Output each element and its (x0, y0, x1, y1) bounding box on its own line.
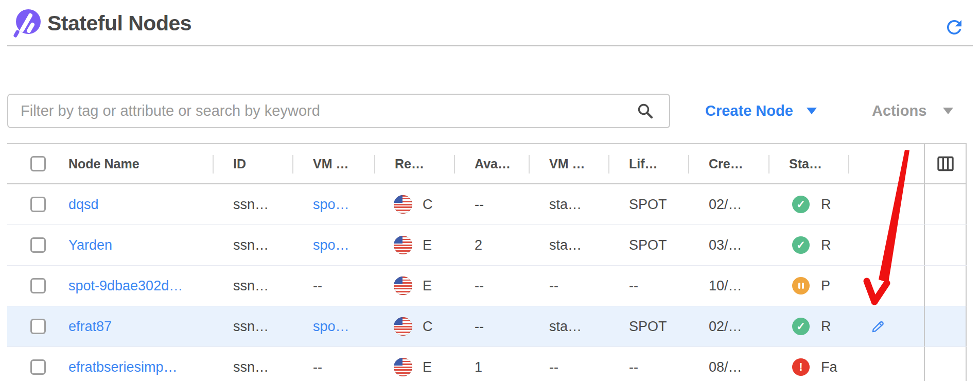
node-id: ssn… (233, 359, 269, 375)
vm-type-value: sta… (549, 319, 582, 335)
vm-link[interactable]: spo… (313, 237, 349, 253)
availability-zone-value: 2 (475, 237, 482, 253)
region-value: E (423, 237, 432, 253)
col-header-id[interactable]: ID (213, 144, 292, 183)
us-flag-icon (394, 358, 412, 376)
us-flag-icon (394, 276, 412, 295)
refresh-icon[interactable] (943, 16, 966, 39)
col-header-region[interactable]: Re… (374, 144, 454, 183)
node-id: ssn… (233, 237, 269, 253)
table-row[interactable]: Yarden ssn… spo… E 2 sta… SPOT 03/… R (7, 225, 967, 266)
region-value: C (423, 319, 433, 335)
pencil-icon[interactable] (870, 319, 886, 335)
node-id: ssn… (233, 278, 269, 294)
stateful-nodes-table: Node Name ID VM … Re… Ava… VM … Lif… Cre… (7, 143, 967, 381)
col-header-lifecycle[interactable]: Lif… (608, 144, 688, 183)
table-header-row: Node Name ID VM … Re… Ava… VM … Lif… Cre… (7, 144, 967, 184)
row-checkbox[interactable] (30, 319, 46, 334)
created-value: 08/… (709, 359, 742, 375)
vm-link[interactable]: spo… (313, 197, 349, 213)
availability-zone-value: 1 (475, 359, 482, 375)
vm-value: -- (313, 278, 322, 294)
status-icon (792, 318, 810, 335)
table-row[interactable]: efratbseriesimp… ssn… -- E 1 -- -- 08/… … (7, 347, 967, 381)
status-icon (792, 358, 810, 376)
header-divider (7, 45, 973, 46)
node-id: ssn… (233, 197, 269, 213)
col-header-status[interactable]: Sta… (768, 144, 848, 183)
row-checkbox[interactable] (30, 359, 46, 375)
us-flag-icon (394, 236, 412, 254)
created-value: 10/… (709, 278, 742, 294)
node-name-link[interactable]: efratbseriesimp… (68, 359, 178, 375)
lifecycle-value: -- (629, 359, 638, 375)
status-icon (792, 196, 810, 213)
select-all-checkbox[interactable] (30, 156, 46, 171)
us-flag-icon (394, 317, 412, 336)
region-value: E (423, 278, 432, 294)
created-value: 02/… (709, 319, 742, 335)
spot-logo-icon (12, 8, 42, 39)
created-value: 02/… (709, 197, 742, 213)
create-node-label: Create Node (705, 102, 793, 119)
column-settings-icon[interactable] (936, 154, 955, 173)
vm-value: -- (313, 359, 322, 375)
status-value: R (821, 319, 831, 335)
created-value: 03/… (709, 237, 742, 253)
col-header-vm-type[interactable]: VM … (529, 144, 608, 183)
filter-input[interactable] (7, 94, 670, 128)
chevron-down-icon (943, 108, 953, 114)
lifecycle-value: SPOT (629, 197, 667, 213)
node-id: ssn… (233, 319, 269, 335)
actions-button[interactable]: Actions (872, 94, 953, 128)
vm-type-value: sta… (549, 197, 582, 213)
search-icon[interactable] (636, 102, 655, 120)
row-checkbox[interactable] (30, 197, 46, 212)
col-header-vm[interactable]: VM … (292, 144, 374, 183)
table-row[interactable]: spot-9dbae302d… ssn… -- E -- -- -- 10/… … (7, 266, 967, 306)
lifecycle-value: -- (629, 278, 638, 294)
vm-link[interactable]: spo… (313, 319, 349, 335)
availability-zone-value: -- (475, 197, 484, 213)
table-body: dqsd ssn… spo… C -- sta… SPOT 02/… R Yar… (7, 184, 967, 381)
status-value: R (821, 197, 831, 213)
status-icon (792, 236, 810, 254)
create-node-button[interactable]: Create Node (705, 94, 817, 128)
status-value: Fa (821, 359, 837, 375)
actions-label: Actions (872, 102, 926, 119)
status-icon (792, 277, 810, 295)
availability-zone-value: -- (475, 319, 484, 335)
vm-type-value: sta… (549, 237, 582, 253)
col-header-actions (848, 144, 924, 183)
table-row[interactable]: dqsd ssn… spo… C -- sta… SPOT 02/… R (7, 184, 967, 225)
region-value: E (423, 359, 432, 375)
page-title: Stateful Nodes (47, 11, 191, 36)
col-header-node-name[interactable]: Node Name (56, 144, 213, 183)
availability-zone-value: -- (475, 278, 484, 294)
lifecycle-value: SPOT (629, 237, 667, 253)
vm-type-value: -- (549, 359, 558, 375)
col-header-created[interactable]: Cre… (688, 144, 768, 183)
node-name-link[interactable]: spot-9dbae302d… (68, 278, 183, 294)
status-value: P (821, 278, 830, 294)
node-name-link[interactable]: Yarden (68, 237, 112, 253)
status-value: R (821, 237, 831, 253)
vm-type-value: -- (549, 278, 558, 294)
col-header-availability-zone[interactable]: Ava… (454, 144, 529, 183)
row-checkbox[interactable] (30, 278, 46, 293)
page-header: Stateful Nodes (0, 0, 980, 46)
region-value: C (423, 197, 433, 213)
node-name-link[interactable]: efrat87 (68, 319, 112, 335)
lifecycle-value: SPOT (629, 319, 667, 335)
us-flag-icon (394, 195, 412, 214)
row-checkbox[interactable] (30, 237, 46, 253)
chevron-down-icon (807, 108, 817, 114)
table-row[interactable]: efrat87 ssn… spo… C -- sta… SPOT 02/… R (7, 306, 967, 347)
node-name-link[interactable]: dqsd (68, 197, 99, 213)
